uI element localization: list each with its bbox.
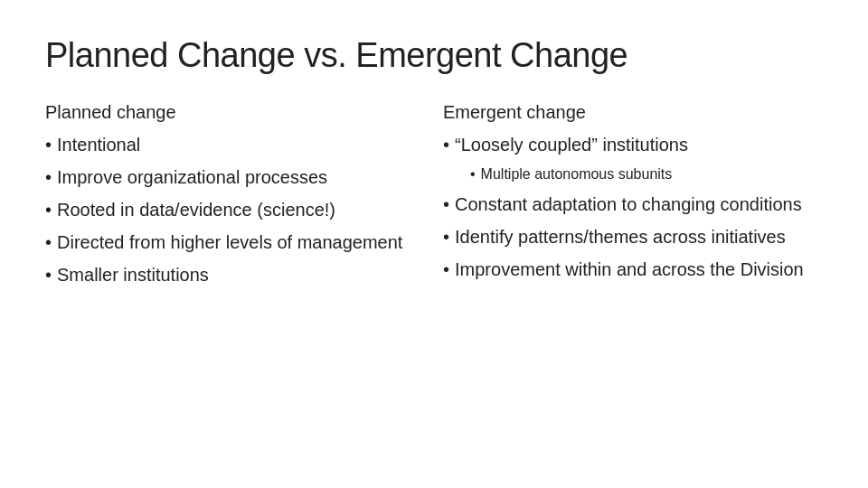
list-item: • Directed from higher levels of managem… xyxy=(45,230,425,255)
bullet-text: Smaller institutions xyxy=(57,262,425,287)
bullet-symbol: • xyxy=(443,224,449,249)
bullet-text: Identify patterns/themes across initiati… xyxy=(455,224,823,249)
list-item: • Intentional xyxy=(45,132,425,157)
content-area: Planned change • Intentional • Improve o… xyxy=(45,102,823,461)
bullet-text: Rooted in data/evidence (science!) xyxy=(57,197,425,222)
list-item: • “Loosely coupled” institutions xyxy=(443,132,823,157)
list-item: • Rooted in data/evidence (science!) xyxy=(45,197,425,222)
bullet-text: Constant adaptation to changing conditio… xyxy=(455,192,823,217)
bullet-symbol: • xyxy=(45,230,52,255)
list-item: • Improvement within and across the Divi… xyxy=(443,257,823,282)
bullet-symbol: • xyxy=(443,257,449,282)
list-item: • Improve organizational processes xyxy=(45,164,425,190)
bullet-symbol: • xyxy=(470,164,476,184)
bullet-symbol: • xyxy=(443,192,449,217)
bullet-symbol: • xyxy=(45,132,52,157)
left-column-heading: Planned change xyxy=(45,102,425,123)
bullet-symbol: • xyxy=(45,197,52,222)
right-column-heading: Emergent change xyxy=(443,102,823,123)
bullet-text: Improve organizational processes xyxy=(57,164,425,190)
right-column: Emergent change • “Loosely coupled” inst… xyxy=(443,102,823,461)
bullet-symbol: • xyxy=(443,132,449,157)
bullet-text: Improvement within and across the Divisi… xyxy=(455,257,823,282)
sub-list-item: • Multiple autonomous subunits xyxy=(443,164,823,184)
slide-title: Planned Change vs. Emergent Change xyxy=(45,36,823,75)
bullet-symbol: • xyxy=(45,262,52,287)
bullet-text: “Loosely coupled” institutions xyxy=(455,132,823,157)
list-item: • Identify patterns/themes across initia… xyxy=(443,224,823,249)
list-item: • Constant adaptation to changing condit… xyxy=(443,192,823,217)
sub-bullet-text: Multiple autonomous subunits xyxy=(481,164,823,184)
bullet-symbol: • xyxy=(45,164,52,190)
list-item: • Smaller institutions xyxy=(45,262,425,287)
slide: Planned Change vs. Emergent Change Plann… xyxy=(0,0,868,488)
left-column: Planned change • Intentional • Improve o… xyxy=(45,102,425,461)
bullet-text: Directed from higher levels of managemen… xyxy=(57,230,425,255)
bullet-text: Intentional xyxy=(57,132,425,157)
